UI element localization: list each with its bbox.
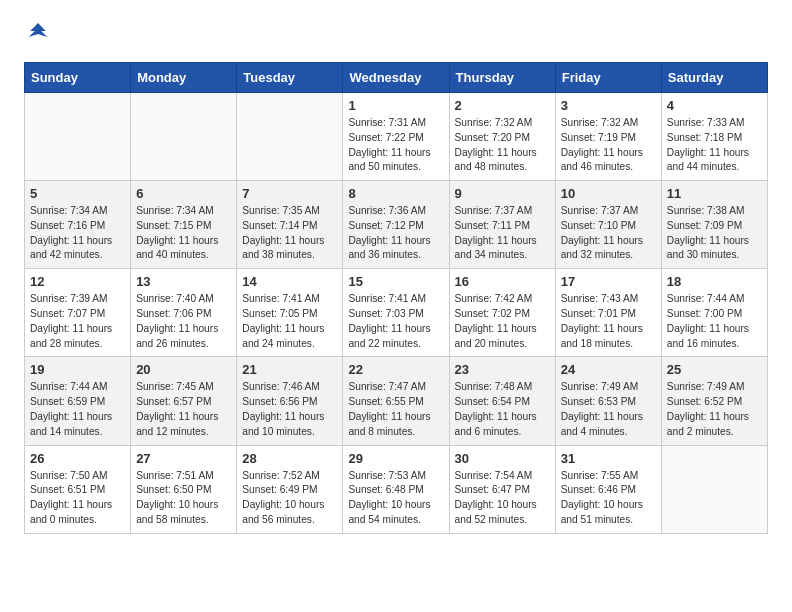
day-detail: Sunrise: 7:32 AM Sunset: 7:19 PM Dayligh… xyxy=(561,116,656,175)
calendar-cell: 6Sunrise: 7:34 AM Sunset: 7:15 PM Daylig… xyxy=(131,181,237,269)
day-detail: Sunrise: 7:37 AM Sunset: 7:10 PM Dayligh… xyxy=(561,204,656,263)
calendar-cell: 13Sunrise: 7:40 AM Sunset: 7:06 PM Dayli… xyxy=(131,269,237,357)
day-number: 23 xyxy=(455,362,550,377)
col-header-saturday: Saturday xyxy=(661,63,767,93)
calendar-cell: 10Sunrise: 7:37 AM Sunset: 7:10 PM Dayli… xyxy=(555,181,661,269)
calendar-cell xyxy=(661,445,767,533)
day-number: 15 xyxy=(348,274,443,289)
calendar-cell xyxy=(237,93,343,181)
calendar-cell: 26Sunrise: 7:50 AM Sunset: 6:51 PM Dayli… xyxy=(25,445,131,533)
day-number: 10 xyxy=(561,186,656,201)
day-detail: Sunrise: 7:31 AM Sunset: 7:22 PM Dayligh… xyxy=(348,116,443,175)
day-number: 11 xyxy=(667,186,762,201)
day-number: 25 xyxy=(667,362,762,377)
day-detail: Sunrise: 7:32 AM Sunset: 7:20 PM Dayligh… xyxy=(455,116,550,175)
day-number: 28 xyxy=(242,451,337,466)
col-header-wednesday: Wednesday xyxy=(343,63,449,93)
calendar-cell: 4Sunrise: 7:33 AM Sunset: 7:18 PM Daylig… xyxy=(661,93,767,181)
calendar-cell: 29Sunrise: 7:53 AM Sunset: 6:48 PM Dayli… xyxy=(343,445,449,533)
day-detail: Sunrise: 7:43 AM Sunset: 7:01 PM Dayligh… xyxy=(561,292,656,351)
day-detail: Sunrise: 7:47 AM Sunset: 6:55 PM Dayligh… xyxy=(348,380,443,439)
logo-icon xyxy=(24,20,52,48)
day-number: 31 xyxy=(561,451,656,466)
day-number: 7 xyxy=(242,186,337,201)
calendar-week-row: 26Sunrise: 7:50 AM Sunset: 6:51 PM Dayli… xyxy=(25,445,768,533)
day-number: 9 xyxy=(455,186,550,201)
day-number: 8 xyxy=(348,186,443,201)
day-detail: Sunrise: 7:39 AM Sunset: 7:07 PM Dayligh… xyxy=(30,292,125,351)
calendar-cell: 31Sunrise: 7:55 AM Sunset: 6:46 PM Dayli… xyxy=(555,445,661,533)
calendar-cell: 9Sunrise: 7:37 AM Sunset: 7:11 PM Daylig… xyxy=(449,181,555,269)
day-detail: Sunrise: 7:48 AM Sunset: 6:54 PM Dayligh… xyxy=(455,380,550,439)
calendar-cell: 24Sunrise: 7:49 AM Sunset: 6:53 PM Dayli… xyxy=(555,357,661,445)
day-detail: Sunrise: 7:37 AM Sunset: 7:11 PM Dayligh… xyxy=(455,204,550,263)
day-detail: Sunrise: 7:36 AM Sunset: 7:12 PM Dayligh… xyxy=(348,204,443,263)
day-detail: Sunrise: 7:40 AM Sunset: 7:06 PM Dayligh… xyxy=(136,292,231,351)
day-number: 4 xyxy=(667,98,762,113)
calendar-cell: 30Sunrise: 7:54 AM Sunset: 6:47 PM Dayli… xyxy=(449,445,555,533)
day-detail: Sunrise: 7:44 AM Sunset: 7:00 PM Dayligh… xyxy=(667,292,762,351)
day-detail: Sunrise: 7:55 AM Sunset: 6:46 PM Dayligh… xyxy=(561,469,656,528)
calendar-cell: 3Sunrise: 7:32 AM Sunset: 7:19 PM Daylig… xyxy=(555,93,661,181)
day-number: 2 xyxy=(455,98,550,113)
calendar-cell xyxy=(25,93,131,181)
day-detail: Sunrise: 7:42 AM Sunset: 7:02 PM Dayligh… xyxy=(455,292,550,351)
day-number: 1 xyxy=(348,98,443,113)
calendar-cell: 28Sunrise: 7:52 AM Sunset: 6:49 PM Dayli… xyxy=(237,445,343,533)
calendar-cell: 14Sunrise: 7:41 AM Sunset: 7:05 PM Dayli… xyxy=(237,269,343,357)
calendar-cell: 22Sunrise: 7:47 AM Sunset: 6:55 PM Dayli… xyxy=(343,357,449,445)
calendar-cell: 20Sunrise: 7:45 AM Sunset: 6:57 PM Dayli… xyxy=(131,357,237,445)
svg-marker-0 xyxy=(29,23,48,37)
day-number: 26 xyxy=(30,451,125,466)
day-detail: Sunrise: 7:33 AM Sunset: 7:18 PM Dayligh… xyxy=(667,116,762,175)
day-detail: Sunrise: 7:51 AM Sunset: 6:50 PM Dayligh… xyxy=(136,469,231,528)
day-detail: Sunrise: 7:54 AM Sunset: 6:47 PM Dayligh… xyxy=(455,469,550,528)
col-header-thursday: Thursday xyxy=(449,63,555,93)
day-detail: Sunrise: 7:35 AM Sunset: 7:14 PM Dayligh… xyxy=(242,204,337,263)
calendar-table: SundayMondayTuesdayWednesdayThursdayFrid… xyxy=(24,62,768,534)
calendar-cell: 18Sunrise: 7:44 AM Sunset: 7:00 PM Dayli… xyxy=(661,269,767,357)
day-number: 13 xyxy=(136,274,231,289)
calendar-cell: 5Sunrise: 7:34 AM Sunset: 7:16 PM Daylig… xyxy=(25,181,131,269)
day-number: 14 xyxy=(242,274,337,289)
day-detail: Sunrise: 7:53 AM Sunset: 6:48 PM Dayligh… xyxy=(348,469,443,528)
day-number: 5 xyxy=(30,186,125,201)
col-header-sunday: Sunday xyxy=(25,63,131,93)
day-number: 21 xyxy=(242,362,337,377)
calendar-header-row: SundayMondayTuesdayWednesdayThursdayFrid… xyxy=(25,63,768,93)
day-number: 20 xyxy=(136,362,231,377)
day-detail: Sunrise: 7:49 AM Sunset: 6:53 PM Dayligh… xyxy=(561,380,656,439)
calendar-week-row: 19Sunrise: 7:44 AM Sunset: 6:59 PM Dayli… xyxy=(25,357,768,445)
day-detail: Sunrise: 7:34 AM Sunset: 7:16 PM Dayligh… xyxy=(30,204,125,263)
day-detail: Sunrise: 7:41 AM Sunset: 7:03 PM Dayligh… xyxy=(348,292,443,351)
day-number: 19 xyxy=(30,362,125,377)
day-detail: Sunrise: 7:49 AM Sunset: 6:52 PM Dayligh… xyxy=(667,380,762,439)
day-number: 24 xyxy=(561,362,656,377)
day-detail: Sunrise: 7:45 AM Sunset: 6:57 PM Dayligh… xyxy=(136,380,231,439)
day-number: 29 xyxy=(348,451,443,466)
day-detail: Sunrise: 7:41 AM Sunset: 7:05 PM Dayligh… xyxy=(242,292,337,351)
calendar-cell xyxy=(131,93,237,181)
day-detail: Sunrise: 7:44 AM Sunset: 6:59 PM Dayligh… xyxy=(30,380,125,439)
day-number: 3 xyxy=(561,98,656,113)
calendar-week-row: 5Sunrise: 7:34 AM Sunset: 7:16 PM Daylig… xyxy=(25,181,768,269)
day-number: 27 xyxy=(136,451,231,466)
calendar-cell: 1Sunrise: 7:31 AM Sunset: 7:22 PM Daylig… xyxy=(343,93,449,181)
calendar-cell: 17Sunrise: 7:43 AM Sunset: 7:01 PM Dayli… xyxy=(555,269,661,357)
page-header xyxy=(24,20,768,48)
day-number: 18 xyxy=(667,274,762,289)
day-number: 22 xyxy=(348,362,443,377)
day-detail: Sunrise: 7:34 AM Sunset: 7:15 PM Dayligh… xyxy=(136,204,231,263)
col-header-friday: Friday xyxy=(555,63,661,93)
logo xyxy=(24,20,56,48)
calendar-week-row: 12Sunrise: 7:39 AM Sunset: 7:07 PM Dayli… xyxy=(25,269,768,357)
day-detail: Sunrise: 7:38 AM Sunset: 7:09 PM Dayligh… xyxy=(667,204,762,263)
day-detail: Sunrise: 7:46 AM Sunset: 6:56 PM Dayligh… xyxy=(242,380,337,439)
calendar-cell: 8Sunrise: 7:36 AM Sunset: 7:12 PM Daylig… xyxy=(343,181,449,269)
day-detail: Sunrise: 7:52 AM Sunset: 6:49 PM Dayligh… xyxy=(242,469,337,528)
calendar-cell: 11Sunrise: 7:38 AM Sunset: 7:09 PM Dayli… xyxy=(661,181,767,269)
day-number: 17 xyxy=(561,274,656,289)
calendar-week-row: 1Sunrise: 7:31 AM Sunset: 7:22 PM Daylig… xyxy=(25,93,768,181)
calendar-cell: 7Sunrise: 7:35 AM Sunset: 7:14 PM Daylig… xyxy=(237,181,343,269)
calendar-cell: 2Sunrise: 7:32 AM Sunset: 7:20 PM Daylig… xyxy=(449,93,555,181)
